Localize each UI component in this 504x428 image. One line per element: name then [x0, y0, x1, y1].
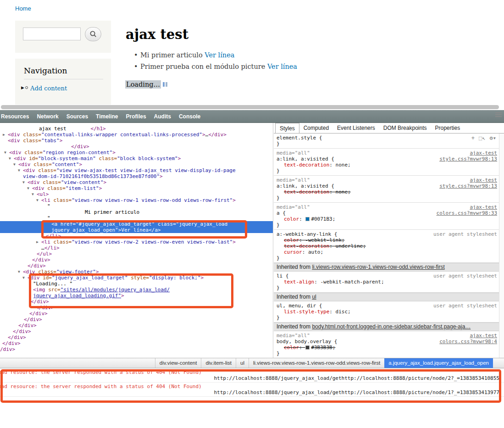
horizontal-scrollbar[interactable] [1, 105, 499, 109]
chevron-down-icon[interactable]: ▼ [4, 150, 6, 155]
code-segment[interactable]: jquery_ajax_load_loading.gif" [33, 293, 121, 299]
nav-item-add-content[interactable]: ▶ Add content [15, 85, 111, 92]
new-style-rule-plus-icon[interactable]: + [471, 135, 475, 141]
source-link-line[interactable]: colors.css?mvwr98:33 [437, 210, 497, 216]
chevron-down-icon[interactable]: ▼ [9, 156, 11, 161]
chevron-down-icon[interactable]: ▼ [27, 186, 29, 191]
breadcrumb-item[interactable]: div.item-list [201, 358, 236, 368]
css-property[interactable]: list-style-type: disc; [277, 309, 496, 315]
devtools-tab-network[interactable]: Network [37, 113, 58, 120]
gear-icon[interactable]: ⚙▾ [490, 135, 496, 141]
devtools-tab-resources[interactable]: Resources [1, 113, 29, 120]
css-property[interactable]: color: -webkit-link; [277, 237, 496, 243]
tree-line[interactable]: " [0, 215, 273, 221]
color-swatch[interactable] [305, 217, 310, 221]
home-link[interactable]: Home [15, 5, 31, 12]
tree-line[interactable]: …</li> [0, 245, 273, 251]
add-content-link[interactable]: Add content [30, 85, 67, 92]
tree-line[interactable]: </li> [0, 233, 273, 239]
chevron-down-icon[interactable]: ▼ [18, 168, 20, 173]
chevron-down-icon[interactable]: ▼ [13, 162, 16, 167]
tree-line[interactable]: </div> [0, 144, 273, 150]
color-swatch[interactable] [305, 345, 310, 350]
tree-line[interactable]: ▼<li class="views-row views-row-1 views-… [0, 197, 273, 203]
tree-line[interactable]: /div> [0, 346, 273, 352]
inherited-selector-link[interactable]: body.html.not-front.logged-in.one-sideba… [312, 323, 471, 330]
tree-line[interactable]: </div> [0, 328, 273, 334]
tree-line[interactable]: ▶<div class="contextual-links-wrapper co… [0, 132, 273, 138]
sidebar-tab-styles[interactable]: Styles [275, 123, 299, 133]
tree-line[interactable]: </div> [0, 299, 273, 305]
search-button[interactable] [85, 27, 101, 41]
tree-line[interactable]: " [0, 203, 273, 209]
tree-line[interactable]: view-dom-id-7102161f0b53518bd86c1373ee87… [0, 173, 273, 179]
sidebar-tab-event-listeners[interactable]: Event Listeners [333, 123, 379, 133]
tree-line[interactable]: </div> [0, 311, 273, 317]
chevron-down-icon[interactable]: ▼ [36, 198, 39, 203]
source-link-line[interactable]: style.css?mvwr98:13 [439, 156, 497, 162]
tree-line[interactable]: </div> [0, 317, 273, 322]
source-link-line[interactable]: ajax-test [439, 333, 497, 339]
tree-line[interactable]: Mi primer articulo [0, 209, 273, 215]
tree-line[interactable]: jquery_ajax_load_open">Ver línea</a> [0, 227, 273, 233]
css-property[interactable]: text-decoration: none; [277, 162, 496, 168]
breadcrumb-item[interactable]: li.views-row.views-row-1.views-row-odd.v… [249, 358, 384, 368]
console-error-url[interactable]: http://localhost:8888/jquery_ajax_load/g… [0, 375, 504, 381]
tree-line[interactable]: </div> [0, 340, 273, 346]
vertical-scrollbar[interactable] [499, 133, 504, 358]
element-picker-icon[interactable]: ⬚↖ [479, 135, 485, 141]
source-link-line[interactable]: ajax-test [437, 204, 497, 210]
ver-linea-link[interactable]: Ver línea [267, 63, 297, 70]
devtools-tab-timeline[interactable]: Timeline [96, 113, 118, 120]
tree-line[interactable]: "Loading... " [0, 281, 273, 287]
tree-line[interactable]: <div class="tabs"> [0, 138, 273, 144]
sidebar-tab-computed[interactable]: Computed [299, 123, 333, 133]
source-link-line[interactable]: ajax-test [439, 177, 497, 183]
tree-line[interactable]: </div> [0, 305, 273, 311]
source-link-line[interactable]: ajax-test [439, 150, 497, 156]
tree-line[interactable]: ▼<div id="jquery_ajax_load_target" style… [0, 275, 273, 281]
tree-line[interactable]: ▼<div class="content"> [0, 161, 273, 167]
tree-line[interactable]: ▼<div class="item-list"> [0, 185, 273, 191]
chevron-right-icon[interactable]: ▶ [36, 239, 39, 245]
breadcrumb-item[interactable]: ul [236, 358, 249, 368]
breadcrumb-item[interactable]: div.view-content [155, 358, 201, 368]
devtools-tab-console[interactable]: Console [179, 113, 200, 120]
tree-line[interactable]: jquery_ajax_load_loading.gif"> [0, 293, 273, 299]
tree-line[interactable]: </div> [0, 257, 273, 263]
devtools-tab-profiles[interactable]: Profiles [126, 113, 146, 120]
tree-line[interactable]: ▼<div class="view-footer"> [0, 269, 273, 275]
chevron-down-icon[interactable]: ▼ [18, 269, 20, 274]
css-property[interactable]: cursor: auto; [277, 249, 496, 255]
tree-line[interactable]: </ul> [0, 251, 273, 257]
ver-linea-link[interactable]: Ver línea [205, 51, 234, 59]
rule-selector[interactable]: element.style { [277, 135, 496, 141]
search-input[interactable] [23, 28, 81, 40]
chevron-down-icon[interactable]: ▼ [22, 180, 25, 185]
inherited-selector-link[interactable]: li.views-row.views-row-1.views-row-odd.v… [312, 264, 444, 270]
tree-line[interactable]: <img src="sites/all/modules/jquery_ajax_… [0, 287, 273, 293]
tree-line[interactable]: ▼<div id="block-system-main" class="bloc… [0, 156, 273, 161]
tree-line[interactable]: ▼<div class="view view-ajax-test view-id… [0, 167, 273, 173]
sidebar-tab-dom-breakpoints[interactable]: DOM Breakpoints [379, 123, 431, 133]
source-link-line[interactable]: style.css?mvwr98:13 [439, 183, 497, 189]
tree-line[interactable]: </div> [0, 263, 273, 269]
tree-line[interactable]: ▶<li class="views-row views-row-2 views-… [0, 239, 273, 245]
console-error-url[interactable]: http://localhost:8888/jquery_ajax_load/g… [0, 389, 504, 395]
sidebar-tab-properties[interactable]: Properties [431, 123, 464, 133]
css-property[interactable]: text-align: -webkit-match-parent; [277, 279, 496, 285]
tree-line[interactable]: ajax test </h1> [0, 126, 273, 132]
css-property[interactable]: text-decoration: underline; [277, 243, 496, 249]
css-property[interactable]: color: #3B3B3B; [277, 345, 496, 350]
tree-line[interactable]: </div> [0, 322, 273, 328]
tree-line[interactable]: ▼<div class="view-content"> [0, 179, 273, 185]
hamburger-menu-icon[interactable] [495, 112, 502, 118]
code-segment[interactable]: "sites/all/modules/jquery_ajax_load/ [61, 287, 170, 293]
tree-line[interactable]: <a href="#jquery_ajax_load_target" class… [0, 221, 273, 227]
tree-line[interactable]: ▼<ul> [0, 191, 273, 197]
inherited-selector-link[interactable]: ul [312, 294, 316, 300]
css-property[interactable]: color: #0071B3; [277, 216, 496, 222]
css-property[interactable]: text-decoration: none; [277, 189, 496, 195]
devtools-tab-sources[interactable]: Sources [66, 113, 88, 120]
chevron-down-icon[interactable]: ▼ [32, 192, 34, 197]
